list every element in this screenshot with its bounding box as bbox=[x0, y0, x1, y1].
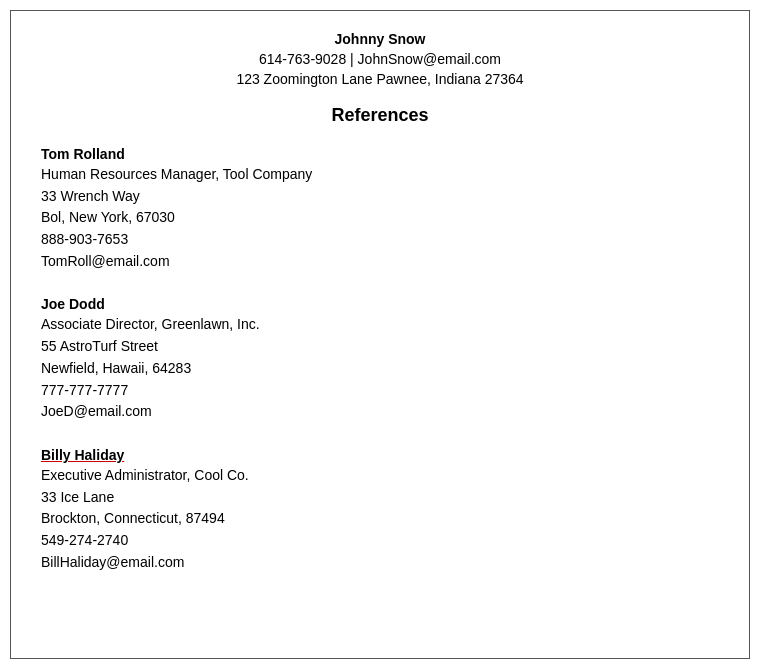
ref-phone-tom-rolland: 888-903-7653 bbox=[41, 229, 719, 251]
ref-city-tom-rolland: Bol, New York, 67030 bbox=[41, 207, 719, 229]
references-list: Tom RollandHuman Resources Manager, Tool… bbox=[41, 146, 719, 573]
ref-title-tom-rolland: Human Resources Manager, Tool Company bbox=[41, 164, 719, 186]
ref-name-tom-rolland: Tom Rolland bbox=[41, 146, 719, 162]
reference-block-joe-dodd: Joe DoddAssociate Director, Greenlawn, I… bbox=[41, 296, 719, 422]
header-name: Johnny Snow bbox=[41, 31, 719, 47]
ref-city-joe-dodd: Newfield, Hawaii, 64283 bbox=[41, 358, 719, 380]
ref-street-tom-rolland: 33 Wrench Way bbox=[41, 186, 719, 208]
ref-email-billy-haliday: BillHaliday@email.com bbox=[41, 552, 719, 574]
ref-street-billy-haliday: 33 Ice Lane bbox=[41, 487, 719, 509]
ref-street-joe-dodd: 55 AstroTurf Street bbox=[41, 336, 719, 358]
ref-email-tom-rolland: TomRoll@email.com bbox=[41, 251, 719, 273]
resume-page: Johnny Snow 614-763-9028 | JohnSnow@emai… bbox=[10, 10, 750, 659]
header-contact: 614-763-9028 | JohnSnow@email.com bbox=[41, 51, 719, 67]
ref-name-joe-dodd: Joe Dodd bbox=[41, 296, 719, 312]
ref-name-billy-haliday: Billy Haliday bbox=[41, 447, 719, 463]
header-address: 123 Zoomington Lane Pawnee, Indiana 2736… bbox=[41, 71, 719, 87]
ref-title-billy-haliday: Executive Administrator, Cool Co. bbox=[41, 465, 719, 487]
ref-email-joe-dodd: JoeD@email.com bbox=[41, 401, 719, 423]
reference-block-tom-rolland: Tom RollandHuman Resources Manager, Tool… bbox=[41, 146, 719, 272]
ref-phone-joe-dodd: 777-777-7777 bbox=[41, 380, 719, 402]
ref-title-joe-dodd: Associate Director, Greenlawn, Inc. bbox=[41, 314, 719, 336]
section-title: References bbox=[41, 105, 719, 126]
ref-phone-billy-haliday: 549-274-2740 bbox=[41, 530, 719, 552]
reference-block-billy-haliday: Billy HalidayExecutive Administrator, Co… bbox=[41, 447, 719, 573]
header-section: Johnny Snow 614-763-9028 | JohnSnow@emai… bbox=[41, 31, 719, 87]
ref-city-billy-haliday: Brockton, Connecticut, 87494 bbox=[41, 508, 719, 530]
